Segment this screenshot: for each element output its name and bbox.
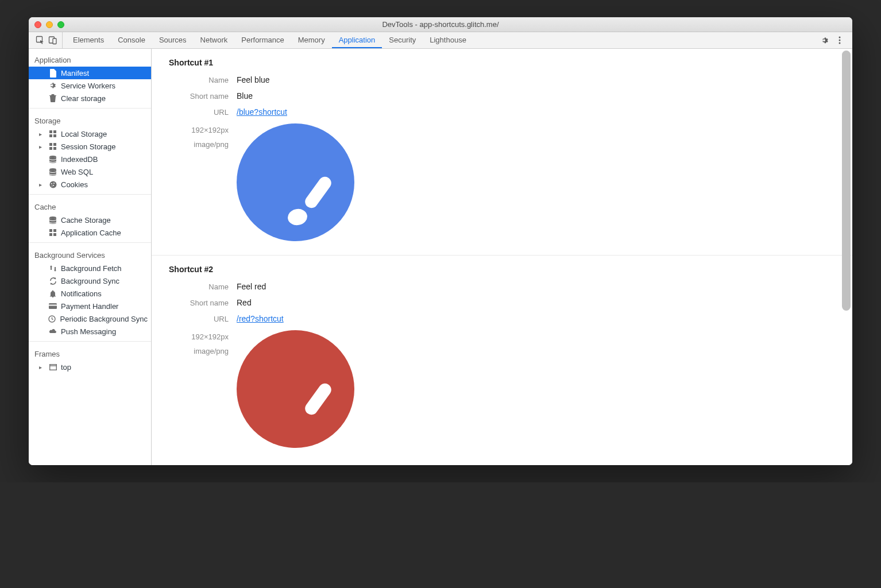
icon-size: 192×192px	[169, 123, 229, 138]
bell-icon	[48, 289, 57, 298]
shortcut-block: Shortcut #1 Name Feel blue Short name Bl…	[152, 49, 852, 256]
sidebar-item-payment-handler[interactable]: Payment Handler	[29, 300, 151, 312]
trash-icon	[48, 94, 57, 103]
sidebar-item-label: Local Storage	[61, 130, 107, 138]
value-url-link[interactable]: /blue?shortcut	[237, 107, 287, 117]
value-short-name: Blue	[237, 91, 253, 100]
sidebar-item-session-storage[interactable]: ▸ Session Storage	[29, 140, 151, 153]
label-url: URL	[169, 314, 237, 323]
sidebar-item-periodic-sync[interactable]: Periodic Background Sync	[29, 312, 151, 325]
devtools-window: DevTools - app-shortcuts.glitch.me/ Elem…	[29, 17, 852, 465]
tab-memory[interactable]: Memory	[291, 32, 332, 48]
icon-mime: image/png	[169, 138, 229, 152]
svg-rect-23	[53, 229, 56, 232]
gear-icon[interactable]	[820, 36, 829, 45]
sidebar-item-application-cache[interactable]: Application Cache	[29, 226, 151, 239]
brush-icon	[282, 378, 339, 435]
svg-rect-13	[53, 147, 56, 150]
tab-security[interactable]: Security	[382, 32, 423, 48]
database-icon	[48, 167, 57, 176]
tab-network[interactable]: Network	[194, 32, 235, 48]
sync-icon	[48, 276, 57, 285]
scrollbar-thumb[interactable]	[842, 51, 851, 311]
section-cache: Cache	[29, 198, 151, 214]
label-short-name: Short name	[169, 298, 237, 307]
sidebar-item-notifications[interactable]: Notifications	[29, 287, 151, 300]
value-url-link[interactable]: /red?shortcut	[237, 314, 284, 323]
tab-lighthouse[interactable]: Lighthouse	[423, 32, 473, 48]
sidebar-item-cache-storage[interactable]: Cache Storage	[29, 214, 151, 226]
tab-application[interactable]: Application	[332, 32, 382, 48]
svg-point-32	[287, 207, 308, 226]
value-name: Feel red	[237, 282, 266, 291]
shortcut-heading: Shortcut #2	[169, 265, 835, 274]
svg-rect-22	[49, 229, 52, 232]
sidebar-item-manifest[interactable]: Manifest	[29, 67, 151, 79]
scrollbar[interactable]	[842, 51, 851, 463]
grid-icon	[48, 142, 57, 151]
expand-arrow-icon[interactable]: ▸	[39, 364, 45, 370]
svg-rect-26	[49, 303, 57, 309]
tab-performance[interactable]: Performance	[234, 32, 291, 48]
label-name: Name	[169, 75, 237, 84]
cloud-icon	[48, 327, 57, 336]
svg-rect-2	[53, 38, 56, 44]
svg-point-19	[53, 185, 54, 186]
svg-rect-9	[53, 134, 56, 137]
section-background: Background Services	[29, 246, 151, 262]
svg-point-18	[53, 183, 55, 184]
sidebar-item-push-messaging[interactable]: Push Messaging	[29, 325, 151, 338]
sidebar-item-top[interactable]: ▸ top	[29, 361, 151, 373]
sidebar-item-websql[interactable]: Web SQL	[29, 165, 151, 178]
section-storage: Storage	[29, 112, 151, 127]
svg-point-21	[49, 216, 56, 219]
sidebar-item-background-fetch[interactable]: Background Fetch	[29, 262, 151, 274]
svg-rect-11	[53, 143, 56, 146]
clock-icon	[48, 314, 56, 323]
sidebar-item-label: Web SQL	[61, 168, 93, 176]
more-icon[interactable]	[835, 36, 844, 45]
svg-rect-8	[49, 134, 52, 137]
shortcut-icon-preview	[237, 330, 354, 448]
sidebar-item-label: IndexedDB	[61, 155, 98, 164]
cookie-icon	[48, 180, 57, 189]
sidebar-item-cookies[interactable]: ▸ Cookies	[29, 178, 151, 191]
grid-icon	[48, 228, 57, 237]
icon-size: 192×192px	[169, 330, 229, 345]
expand-arrow-icon[interactable]: ▸	[39, 181, 45, 188]
tab-elements[interactable]: Elements	[66, 32, 111, 48]
main-panel: Shortcut #1 Name Feel blue Short name Bl…	[152, 49, 852, 465]
sidebar-item-local-storage[interactable]: ▸ Local Storage	[29, 127, 151, 140]
label-short-name: Short name	[169, 91, 237, 100]
brush-icon	[282, 171, 339, 229]
sidebar-item-background-sync[interactable]: Background Sync	[29, 274, 151, 287]
expand-arrow-icon[interactable]: ▸	[39, 131, 45, 137]
expand-arrow-icon[interactable]: ▸	[39, 144, 45, 150]
svg-point-5	[839, 42, 841, 44]
svg-point-16	[49, 181, 56, 188]
sidebar-item-label: Clear storage	[61, 94, 106, 103]
sidebar-item-indexeddb[interactable]: IndexedDB	[29, 153, 151, 165]
sidebar-item-label: Cookies	[61, 180, 88, 189]
section-frames: Frames	[29, 345, 151, 361]
sidebar-item-label: top	[61, 363, 71, 372]
file-icon	[48, 68, 57, 78]
svg-rect-27	[49, 305, 57, 306]
sidebar-item-clear-storage[interactable]: Clear storage	[29, 92, 151, 105]
svg-point-3	[839, 37, 841, 38]
sidebar-item-label: Payment Handler	[61, 302, 118, 311]
device-toggle-icon[interactable]	[48, 36, 57, 45]
sidebar-item-label: Notifications	[61, 289, 102, 298]
window-title: DevTools - app-shortcuts.glitch.me/	[29, 20, 852, 29]
sidebar-item-service-workers[interactable]: Service Workers	[29, 79, 151, 92]
value-short-name: Red	[237, 298, 252, 307]
inspect-icon[interactable]	[36, 36, 45, 45]
database-icon	[48, 215, 57, 225]
shortcut-heading: Shortcut #1	[169, 58, 835, 67]
titlebar: DevTools - app-shortcuts.glitch.me/	[29, 17, 852, 32]
tab-console[interactable]: Console	[111, 32, 152, 48]
sidebar-item-label: Cache Storage	[61, 216, 111, 225]
panel-tabs: Elements Console Sources Network Perform…	[66, 32, 473, 48]
tab-sources[interactable]: Sources	[152, 32, 194, 48]
grid-icon	[48, 129, 57, 138]
